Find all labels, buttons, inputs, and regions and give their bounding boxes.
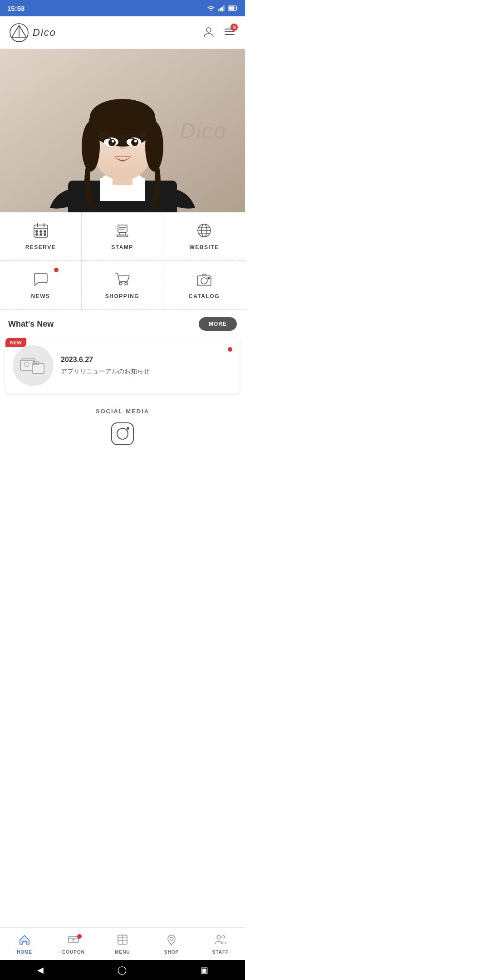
website-label: WEBSITE xyxy=(189,244,219,250)
svg-rect-62 xyxy=(112,423,133,445)
reserve-button[interactable]: RESERVE xyxy=(0,212,82,260)
chat-icon xyxy=(33,271,49,289)
wifi-icon xyxy=(207,5,215,11)
news-text: アプリリニューアルのお知らせ xyxy=(61,368,220,376)
menu-button[interactable]: N xyxy=(223,25,236,39)
svg-point-52 xyxy=(125,282,127,285)
thumbnail-photo-icon xyxy=(20,352,47,379)
social-media-icon-container[interactable] xyxy=(110,421,135,446)
stamp-label: STAMP xyxy=(111,244,133,250)
svg-rect-0 xyxy=(218,10,219,11)
news-card[interactable]: NEW 2023.6.27 アプリリニューアルのお知らせ xyxy=(5,338,240,393)
camera-icon xyxy=(196,271,212,289)
header-actions: N xyxy=(202,25,236,39)
news-unread-dot xyxy=(228,347,232,352)
more-button[interactable]: MORE xyxy=(199,317,237,331)
whats-new-header: What's New MORE xyxy=(0,310,245,338)
stamp-icon xyxy=(114,222,131,240)
logo: Dico xyxy=(9,23,56,43)
svg-rect-43 xyxy=(117,235,128,237)
svg-rect-35 xyxy=(36,230,38,232)
status-time: 15:58 xyxy=(7,5,24,12)
svg-point-51 xyxy=(119,282,122,285)
news-notification-badge xyxy=(54,268,59,272)
calendar-icon xyxy=(33,222,49,240)
grid-menu-row2: NEWS SHOPPING CAT xyxy=(0,261,245,310)
svg-point-30 xyxy=(134,140,137,142)
profile-icon xyxy=(202,25,215,38)
svg-rect-41 xyxy=(118,225,127,232)
menu-notification-badge: N xyxy=(230,24,238,31)
stamp-button[interactable]: STAMP xyxy=(82,212,163,260)
status-bar: 15:58 xyxy=(0,0,245,16)
logo-icon xyxy=(9,23,29,43)
app-header: Dico N xyxy=(0,16,245,49)
svg-rect-36 xyxy=(40,230,42,232)
svg-rect-2 xyxy=(221,7,223,11)
news-label: NEWS xyxy=(31,293,50,299)
profile-button[interactable] xyxy=(202,25,215,39)
svg-point-64 xyxy=(127,427,129,430)
svg-point-55 xyxy=(208,277,210,279)
globe-icon xyxy=(196,222,212,240)
svg-point-63 xyxy=(117,428,128,439)
battery-icon xyxy=(228,5,238,11)
cart-icon xyxy=(114,271,131,289)
svg-rect-1 xyxy=(220,8,221,11)
hero-banner: Dico xyxy=(0,49,245,212)
svg-rect-3 xyxy=(223,5,225,11)
svg-point-29 xyxy=(112,140,114,142)
svg-rect-38 xyxy=(36,234,38,235)
signal-icon xyxy=(218,5,225,11)
social-media-section: SOCIAL MEDIA xyxy=(0,401,245,456)
grid-menu: RESERVE STAMP xyxy=(0,212,245,261)
logo-text: Dico xyxy=(33,27,56,39)
status-icons xyxy=(207,5,238,11)
news-content: 2023.6.27 アプリリニューアルのお知らせ xyxy=(61,356,220,376)
svg-point-28 xyxy=(131,139,138,146)
social-media-label: SOCIAL MEDIA xyxy=(7,408,238,415)
svg-rect-5 xyxy=(229,7,235,10)
whats-new-title: What's New xyxy=(8,319,54,329)
catalog-label: CATALOG xyxy=(189,293,220,299)
svg-point-54 xyxy=(201,278,207,284)
news-new-badge: NEW xyxy=(5,338,26,347)
svg-rect-39 xyxy=(40,234,42,235)
instagram-icon xyxy=(110,421,135,446)
catalog-button[interactable]: CATALOG xyxy=(163,261,245,309)
news-date: 2023.6.27 xyxy=(61,356,220,364)
svg-point-23 xyxy=(82,122,100,172)
svg-point-9 xyxy=(206,28,211,32)
hero-brand-text: Dico xyxy=(180,118,227,143)
reserve-label: RESERVE xyxy=(25,244,56,250)
website-button[interactable]: WEBSITE xyxy=(163,212,245,260)
shopping-label: SHOPPING xyxy=(105,293,139,299)
svg-point-24 xyxy=(145,122,163,172)
news-thumbnail xyxy=(13,345,54,386)
shopping-button[interactable]: SHOPPING xyxy=(82,261,163,309)
svg-rect-40 xyxy=(44,234,46,235)
news-button[interactable]: NEWS xyxy=(0,261,82,309)
svg-point-27 xyxy=(108,139,116,146)
svg-rect-42 xyxy=(120,232,125,235)
svg-rect-37 xyxy=(44,230,46,232)
hero-image: Dico xyxy=(0,49,245,212)
